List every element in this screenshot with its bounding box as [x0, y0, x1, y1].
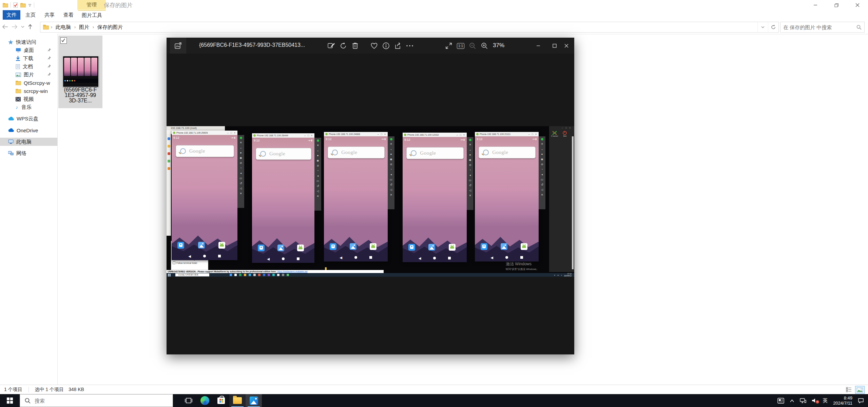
volume-muted-icon[interactable]: ×	[812, 398, 817, 403]
breadcrumb-this-pc[interactable]: 此电脑	[52, 24, 74, 31]
android-navbar: ◀	[252, 255, 314, 263]
sidebar-item-network[interactable]: 网络	[0, 149, 57, 157]
sidebar-item-desktop[interactable]: 桌面	[0, 46, 57, 54]
sidebar-item-label: 快速访问	[16, 39, 36, 45]
address-dropdown-icon[interactable]	[757, 22, 768, 32]
computer-icon	[8, 139, 14, 144]
properties-check-icon[interactable]	[13, 2, 18, 8]
android-clock: 9:12	[326, 137, 332, 141]
action-center-icon[interactable]	[858, 398, 864, 403]
thumbnail-view-icon[interactable]	[855, 386, 865, 394]
zoom-out-icon[interactable]	[467, 40, 478, 51]
sidebar-item-documents[interactable]: 文档	[0, 62, 57, 71]
sidebar-item-label: scrcpy-win	[24, 88, 48, 94]
sidebar-item-this-pc[interactable]: 此电脑	[0, 138, 57, 146]
file-tile-selected[interactable]: {6569FBC6-F1E3-4957-993D-37E...	[58, 36, 102, 108]
forward-icon[interactable]	[12, 24, 18, 29]
scrcpy-tool-icon: ●	[317, 154, 319, 157]
refresh-icon[interactable]	[768, 22, 778, 32]
phone-window: Phone-192.168.71.100:12032 – □ × 9:12 ◃▸…	[403, 133, 467, 262]
tab-picture-tools[interactable]: 图片工具	[78, 10, 106, 20]
zoom-in-icon[interactable]	[479, 40, 490, 51]
new-folder-icon[interactable]	[20, 3, 26, 7]
delete-icon[interactable]	[350, 40, 361, 51]
share-icon[interactable]	[392, 40, 403, 51]
search-icon[interactable]	[856, 25, 862, 30]
actual-size-icon[interactable]: 1:1	[455, 40, 466, 51]
favorite-heart-icon[interactable]	[369, 40, 380, 51]
sidebar-item-videos[interactable]: 视频	[0, 95, 57, 103]
edit-image-icon[interactable]	[326, 40, 337, 51]
details-view-icon[interactable]	[844, 386, 853, 393]
pin-icon	[47, 64, 51, 68]
more-icon[interactable]	[404, 40, 415, 51]
tab-view[interactable]: 查看	[60, 10, 77, 20]
info-icon[interactable]	[381, 40, 391, 51]
sidebar-item-label: 音乐	[21, 104, 32, 111]
scrcpy-tool-icon: ◔	[317, 170, 319, 172]
sidebar-item-onedrive[interactable]: OneDrive	[0, 126, 57, 134]
tab-home[interactable]: 主页	[22, 10, 39, 20]
file-explorer-button[interactable]	[229, 394, 246, 407]
taskbar-search-input[interactable]	[34, 398, 173, 404]
scrcpy-status-dot	[541, 138, 543, 140]
scrcpy-tool-icon: ✕	[541, 143, 543, 146]
recent-locations-chevron-icon[interactable]	[21, 25, 24, 28]
taskbar-search[interactable]	[20, 394, 173, 407]
zoom-level: 37%	[493, 42, 504, 49]
breadcrumb-pictures[interactable]: 图片	[76, 24, 93, 31]
contacts-app-icon	[258, 245, 265, 251]
sidebar-item-scrcpy-folder[interactable]: scrcpy-win	[0, 87, 57, 95]
tray-chevron-icon[interactable]	[790, 399, 794, 402]
minimize-icon[interactable]	[805, 0, 826, 10]
address-folder-icon	[43, 25, 49, 30]
android-icon	[325, 133, 328, 135]
explorer-search-input[interactable]	[780, 24, 856, 30]
scrcpy-status-dot	[317, 139, 319, 142]
close-icon[interactable]	[847, 0, 868, 10]
ime-indicator[interactable]: 英	[823, 398, 828, 404]
contextual-tab-manage[interactable]: 管理	[77, 0, 106, 10]
sidebar-item-quick-access[interactable]: 快速访问	[0, 38, 57, 46]
inner-taskbar-app-icon	[277, 274, 279, 276]
taskbar-clock[interactable]: 8:49 2024/7/11	[833, 395, 852, 406]
sidebar-item-downloads[interactable]: 下载	[0, 54, 57, 62]
up-icon[interactable]	[28, 24, 33, 30]
edge-button[interactable]	[197, 394, 213, 407]
sidebar-item-qtscrcpy-folder[interactable]: QtScrcpy-w	[0, 79, 57, 87]
network-icon[interactable]	[800, 398, 806, 403]
start-button[interactable]	[0, 394, 20, 407]
sidebar-item-pictures[interactable]: 图片	[0, 71, 57, 79]
see-all-photos-button[interactable]	[170, 38, 186, 54]
rotate-icon[interactable]	[338, 40, 349, 51]
sidebar-item-music[interactable]: ♪ 音乐	[0, 103, 57, 111]
news-widget-icon[interactable]	[777, 398, 784, 404]
back-icon[interactable]	[2, 24, 8, 29]
address-bar[interactable]: › 此电脑 › 图片 › 保存的图片	[40, 22, 779, 33]
tab-file[interactable]: 文件	[3, 10, 20, 20]
photos-close-icon[interactable]	[558, 38, 574, 54]
tile-checkbox[interactable]	[60, 37, 67, 44]
task-view-button[interactable]	[180, 394, 197, 407]
photos-app-button[interactable]	[246, 394, 262, 407]
explorer-window-title: 保存的图片	[104, 1, 133, 9]
fullscreen-icon[interactable]	[443, 40, 454, 51]
photo-image[interactable]: 192.168.71.100 (root) Terminal Remote mo…	[167, 126, 574, 277]
qat-customize-chevron-icon[interactable]	[28, 3, 32, 7]
folder-icon[interactable]	[3, 3, 8, 7]
sidebar-item-label: OneDrive	[17, 128, 38, 133]
restore-icon[interactable]	[826, 0, 847, 10]
breadcrumb-saved-pictures[interactable]: 保存的图片	[94, 24, 126, 31]
qtscrcpy-xserver-label: X server	[551, 135, 558, 137]
store-button[interactable]	[213, 394, 229, 407]
explorer-search	[780, 22, 865, 33]
tab-share[interactable]: 共享	[41, 10, 58, 20]
pin-icon	[47, 48, 51, 52]
scrcpy-tool-icon: ✕	[240, 192, 242, 195]
scrcpy-tool-icon: ⌄	[541, 148, 543, 151]
android-clock: 9:12	[404, 138, 410, 141]
sidebar-item-wps-cloud[interactable]: WPS云盘	[0, 115, 57, 123]
inner-taskbar-app-icon	[282, 274, 284, 276]
scrcpy-tool-icon: ↺	[317, 185, 319, 188]
photos-minimize-icon[interactable]	[530, 38, 546, 54]
